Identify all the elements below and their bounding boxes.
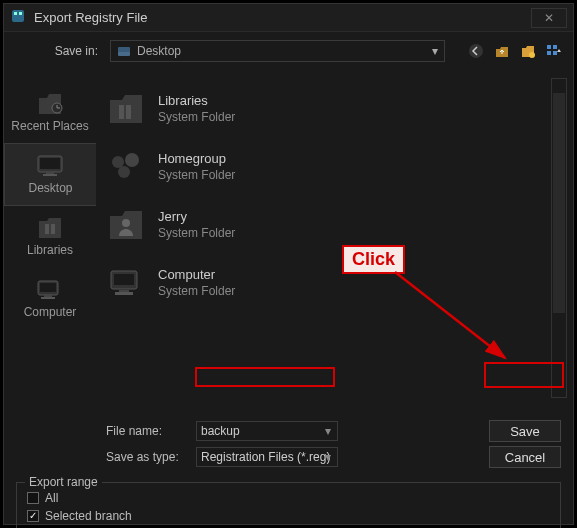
places-computer[interactable]: Computer [4, 268, 96, 329]
libraries-icon [35, 214, 65, 240]
folder-name: Libraries [158, 93, 235, 108]
all-label: All [45, 491, 58, 505]
homegroup-icon [106, 148, 146, 184]
svg-rect-9 [547, 51, 551, 55]
selected-branch-label: Selected branch [45, 509, 132, 523]
svg-rect-31 [115, 292, 133, 295]
places-desktop[interactable]: Desktop [4, 143, 96, 206]
svg-rect-14 [46, 172, 54, 174]
folder-type: System Folder [158, 226, 235, 240]
filename-value: backup [201, 424, 240, 438]
svg-point-27 [122, 219, 130, 227]
svg-point-24 [112, 156, 124, 168]
export-range-group: Export range All ✓ Selected branch HKEY_… [16, 482, 561, 528]
svg-rect-20 [44, 295, 52, 297]
places-recent[interactable]: Recent Places [4, 82, 96, 143]
svg-rect-15 [43, 174, 57, 176]
svg-rect-17 [51, 224, 55, 234]
places-libraries[interactable]: Libraries [4, 206, 96, 267]
scrollbar-thumb[interactable] [553, 93, 565, 313]
list-item[interactable]: HomegroupSystem Folder [106, 140, 543, 198]
places-label: Libraries [27, 244, 73, 257]
filename-input[interactable]: backup ▾ [196, 421, 338, 441]
folder-name: Homegroup [158, 151, 235, 166]
folder-type: System Folder [158, 284, 235, 298]
export-dialog: Export Registry File ✕ Save in: Desktop … [3, 3, 574, 525]
svg-rect-1 [14, 12, 17, 15]
svg-rect-4 [118, 47, 130, 52]
titlebar: Export Registry File ✕ [4, 4, 573, 32]
regedit-icon [10, 8, 30, 27]
filename-label: File name: [106, 424, 186, 438]
export-range-legend: Export range [25, 475, 102, 489]
svg-rect-30 [119, 290, 129, 292]
list-item[interactable]: LibrariesSystem Folder [106, 82, 543, 140]
list-item[interactable]: ComputerSystem Folder [106, 256, 543, 314]
scrollbar[interactable] [551, 78, 567, 398]
svg-point-25 [125, 153, 139, 167]
chevron-down-icon: ▾ [432, 44, 438, 58]
svg-rect-23 [126, 105, 131, 119]
file-fields: File name: backup ▾ Save Save as type: R… [4, 412, 573, 474]
back-icon[interactable] [467, 42, 485, 60]
desktop-icon [36, 152, 66, 178]
save-in-label: Save in: [14, 44, 104, 58]
folder-type: System Folder [158, 168, 235, 182]
svg-rect-29 [114, 274, 134, 285]
all-checkbox[interactable] [27, 492, 39, 504]
cancel-button[interactable]: Cancel [489, 446, 561, 468]
chevron-down-icon: ▾ [325, 450, 331, 464]
view-menu-icon[interactable] [545, 42, 563, 60]
file-list[interactable]: LibrariesSystem Folder HomegroupSystem F… [96, 72, 573, 412]
computer-folder-icon [106, 264, 146, 300]
save-button[interactable]: Save [489, 420, 561, 442]
svg-rect-2 [19, 12, 22, 15]
dialog-body: Recent Places Desktop Libraries Computer… [4, 72, 573, 412]
computer-icon [35, 276, 65, 302]
folder-name: Computer [158, 267, 235, 282]
svg-point-6 [529, 52, 535, 58]
new-folder-icon[interactable] [519, 42, 537, 60]
places-label: Computer [24, 306, 77, 319]
folder-type: System Folder [158, 110, 235, 124]
svg-rect-10 [553, 51, 557, 55]
svg-rect-16 [45, 224, 49, 234]
list-item[interactable]: JerrySystem Folder [106, 198, 543, 256]
svg-rect-21 [41, 297, 55, 299]
svg-rect-19 [40, 283, 56, 292]
save-in-combo[interactable]: Desktop ▾ [110, 40, 445, 62]
svg-rect-22 [119, 105, 124, 119]
save-in-value: Desktop [137, 44, 181, 58]
places-label: Recent Places [11, 120, 88, 133]
selected-branch-checkbox[interactable]: ✓ [27, 510, 39, 522]
places-label: Desktop [28, 182, 72, 195]
libraries-folder-icon [106, 90, 146, 126]
savetype-combo[interactable]: Registration Files (*.reg) ▾ [196, 447, 338, 467]
window-title: Export Registry File [30, 10, 531, 25]
close-button[interactable]: ✕ [531, 8, 567, 28]
svg-rect-7 [547, 45, 551, 49]
user-folder-icon [106, 206, 146, 242]
places-bar: Recent Places Desktop Libraries Computer [4, 72, 96, 412]
chevron-down-icon: ▾ [325, 424, 331, 438]
svg-rect-8 [553, 45, 557, 49]
svg-rect-13 [40, 158, 60, 169]
folder-name: Jerry [158, 209, 235, 224]
svg-point-5 [469, 44, 483, 58]
recent-places-icon [35, 90, 65, 116]
svg-point-26 [118, 166, 130, 178]
svg-rect-0 [12, 10, 24, 22]
up-one-level-icon[interactable] [493, 42, 511, 60]
save-in-row: Save in: Desktop ▾ [4, 32, 573, 72]
savetype-value: Registration Files (*.reg) [201, 450, 330, 464]
savetype-label: Save as type: [106, 450, 186, 464]
